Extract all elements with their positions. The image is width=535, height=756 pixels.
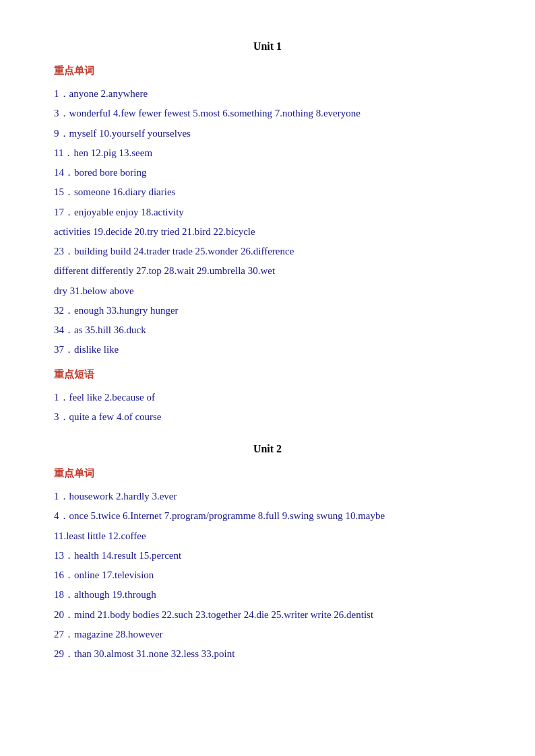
unit2-line-3: 11.least little 12.coffee <box>54 526 481 546</box>
unit1-phrase-line-1: 1．feel like 2.because of <box>54 388 481 407</box>
unit2-block: Unit 2 重点单词 1．housework 2.hardly 3.ever … <box>54 443 481 664</box>
unit2-line-8: 27．magazine 28.however <box>54 625 481 644</box>
unit1-phrase-lines: 1．feel like 2.because of 3．quite a few 4… <box>54 388 481 427</box>
unit2-line-1: 1．housework 2.hardly 3.ever <box>54 487 481 506</box>
unit1-phrase-line-2: 3．quite a few 4.of course <box>54 407 481 427</box>
unit1-title: Unit 1 <box>54 40 481 53</box>
unit2-line-2: 4．once 5.twice 6.Internet 7.program/prog… <box>54 506 481 526</box>
unit1-line-1: 1．anyone 2.anywhere <box>54 84 481 104</box>
unit1-line-2: 3．wonderful 4.few fewer fewest 5.most 6.… <box>54 104 481 123</box>
unit1-line-3: 9．myself 10.yourself yourselves <box>54 124 481 143</box>
unit1-line-9: 23．building build 24.trader trade 25.won… <box>54 242 481 261</box>
unit1-line-11: dry 31.below above <box>54 281 481 301</box>
unit2-title: Unit 2 <box>54 443 481 455</box>
unit2-line-9: 29．than 30.almost 31.none 32.less 33.poi… <box>54 644 481 664</box>
unit1-line-8: activities 19.decide 20.try tried 21.bir… <box>54 222 481 242</box>
unit2-line-4: 13．health 14.result 15.percent <box>54 546 481 565</box>
unit1-line-14: 37．dislike like <box>54 340 481 359</box>
unit1-section2-heading: 重点短语 <box>54 368 481 381</box>
unit1-line-10: different differently 27.top 28.wait 29.… <box>54 261 481 281</box>
unit1-section1-heading: 重点单词 <box>54 65 481 77</box>
unit1-vocab-lines: 1．anyone 2.anywhere 3．wonderful 4.few fe… <box>54 84 481 360</box>
unit2-line-7: 20．mind 21.body bodies 22.such 23.togeth… <box>54 605 481 625</box>
unit1-line-5: 14．bored bore boring <box>54 163 481 182</box>
unit1-line-7: 17．enjoyable enjoy 18.activity <box>54 203 481 222</box>
unit1-line-12: 32．enough 33.hungry hunger <box>54 301 481 320</box>
unit1-block: Unit 1 重点单词 1．anyone 2.anywhere 3．wonder… <box>54 40 481 427</box>
unit2-line-6: 18．although 19.through <box>54 585 481 605</box>
unit1-line-6: 15．someone 16.diary diaries <box>54 182 481 202</box>
unit1-line-13: 34．as 35.hill 36.duck <box>54 320 481 340</box>
unit1-line-4: 11．hen 12.pig 13.seem <box>54 143 481 163</box>
unit2-vocab-lines: 1．housework 2.hardly 3.ever 4．once 5.twi… <box>54 487 481 664</box>
unit2-line-5: 16．online 17.television <box>54 565 481 585</box>
unit2-section1-heading: 重点单词 <box>54 467 481 480</box>
